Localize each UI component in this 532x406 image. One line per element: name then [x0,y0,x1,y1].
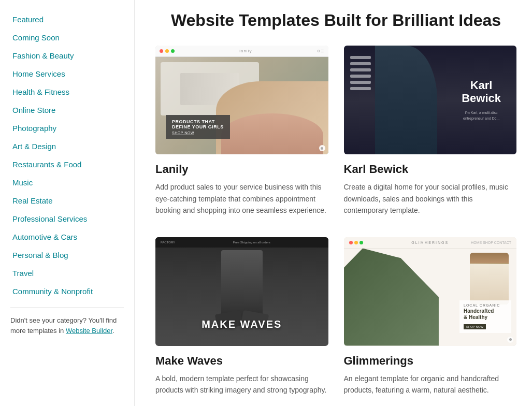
sidebar-item-photography[interactable]: Photography [10,119,124,137]
sidebar-item-featured[interactable]: Featured [10,10,124,28]
template-image-karl[interactable]: Karl Bewick I'm Karl, a multi-discentrep… [344,46,517,154]
templates-grid: lanily ⚙ ☰ [155,46,516,396]
main-content: Website Templates Built for Brilliant Id… [135,0,532,406]
sidebar-item-automotive-cars[interactable]: Automotive & Cars [10,228,124,246]
glimmerings-text-block: LOCAL ORGANIC Handcrafted& Healthy SHOP … [459,300,511,333]
website-builder-link[interactable]: Website Builder [66,327,112,335]
sidebar-item-community-nonprofit[interactable]: Community & Nonprofit [10,282,124,300]
sidebar-item-coming-soon[interactable]: Coming Soon [10,28,124,47]
sidebar-footer: Didn't see your category? You'll find mo… [10,315,124,336]
template-image-glimmerings[interactable]: GLIMMERINGS HOME SHOP CONTACT [344,237,517,346]
sidebar-divider [10,308,124,308]
sidebar-item-music[interactable]: Music [10,173,124,192]
template-name-lanily: Lanily [155,163,328,176]
template-desc-karl: Create a digital home for your social pr… [344,181,517,216]
template-image-factory[interactable]: FACTORY Free Shipping on all orders [155,237,328,346]
sidebar-item-personal-blog[interactable]: Personal & Blog [10,246,124,264]
page-title: Website Templates Built for Brilliant Id… [155,10,516,30]
template-name-glimmerings: Glimmerings [344,354,517,368]
template-desc-factory: A bold, modern template perfect for show… [155,373,328,396]
template-card-factory[interactable]: FACTORY Free Shipping on all orders [155,237,328,396]
template-image-lanily[interactable]: lanily ⚙ ☰ [155,46,328,154]
sidebar-item-online-store[interactable]: Online Store [10,101,124,119]
sidebar-item-art-design[interactable]: Art & Design [10,137,124,155]
sidebar-item-real-estate[interactable]: Real Estate [10,192,124,210]
sidebar-item-health-fitness[interactable]: Health & Fitness [10,83,124,101]
factory-header: FACTORY Free Shipping on all orders [155,237,328,248]
sidebar-item-home-services[interactable]: Home Services [10,65,124,83]
sidebar-item-fashion-beauty[interactable]: Fashion & Beauty [10,47,124,65]
lanily-banner: PRODUCTS THATDEFINE YOUR GIRLS SHOP NOW [166,115,230,139]
glimmerings-header: GLIMMERINGS HOME SHOP CONTACT [344,237,517,249]
template-card-lanily[interactable]: lanily ⚙ ☰ [155,46,328,216]
karl-title: Karl Bewick I'm Karl, a multi-discentrep… [462,79,501,121]
karl-nav [350,56,371,90]
sidebar: FeaturedComing SoonFashion & BeautyHome … [0,0,135,406]
template-card-glimmerings[interactable]: GLIMMERINGS HOME SHOP CONTACT [344,237,517,396]
sidebar-item-restaurants-food[interactable]: Restaurants & Food [10,155,124,173]
sidebar-item-travel[interactable]: Travel [10,264,124,282]
make-waves-text: MAKE WAVES [202,318,282,330]
sidebar-item-professional-services[interactable]: Professional Services [10,210,124,228]
template-desc-glimmerings: An elegant template for organic and hand… [344,373,517,396]
template-name-karl: Karl Bewick [344,163,517,176]
template-desc-lanily: Add product sales to your service busine… [155,181,328,216]
template-card-karl[interactable]: Karl Bewick I'm Karl, a multi-discentrep… [344,46,517,216]
template-name-factory: Make Waves [155,354,328,368]
